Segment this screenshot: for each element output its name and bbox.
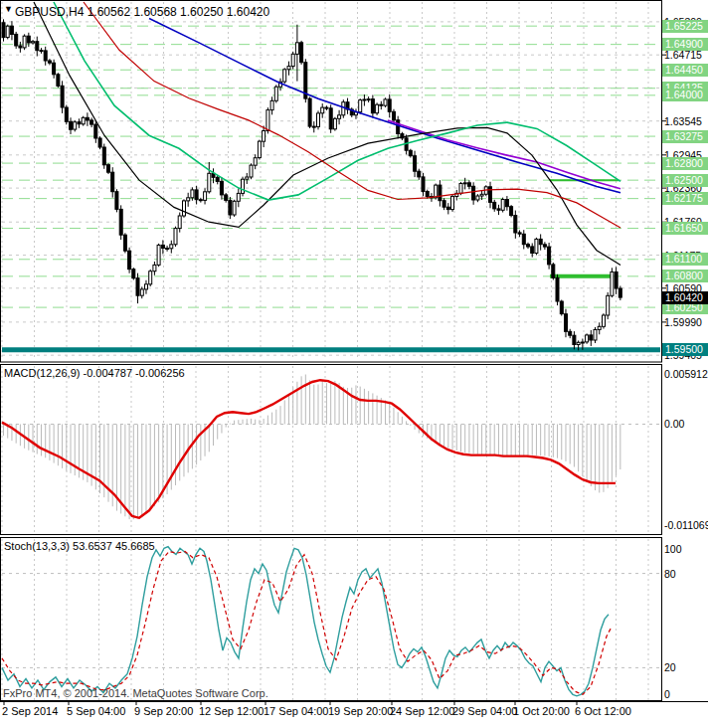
symbol-marker-icon[interactable]: ▼ [4,4,13,14]
macd-scale-zero: 0.00 [664,418,684,430]
chart-canvas[interactable] [0,0,708,728]
price-level-badge: 1.61100 [662,253,708,266]
time-axis-label: 17 Sep 04:00 [264,705,328,717]
time-axis-label: 29 Sep 04:00 [452,705,517,717]
stoch-scale-label: 80 [664,568,676,580]
stoch-scale-label: 100 [664,543,682,555]
price-level-badge: 1.61650 [662,222,708,235]
time-axis-label: 6 Oct 12:00 [575,705,631,717]
price-level-badge: 1.60800 [662,270,708,282]
time-axis-label: 1 Oct 20:00 [513,705,570,717]
mt4-chart-window: ▼ GBPUSD,H4 1.60562 1.60568 1.60250 1.60… [0,0,708,728]
price-level-badge: 1.64900 [662,38,708,51]
price-tick-label: 1.63545 [664,115,702,127]
price-level-badge: 1.62800 [662,157,708,170]
price-level-badge: 1.64000 [662,89,708,101]
macd-scale-min: -0.011069 [664,519,708,531]
time-axis-label: 12 Sep 12:00 [199,705,264,717]
stoch-scale-label: 20 [664,661,676,673]
macd-indicator-label: MACD(12,26,9) -0.004787 -0.006256 [4,367,185,379]
price-level-badge: 1.62500 [662,174,708,187]
current-price-badge: 1.60420 [662,291,708,304]
support-level-badge: 1.59500 [662,343,708,356]
price-level-badge: 1.65225 [662,20,708,33]
symbol-info-label: GBPUSD,H4 1.60562 1.60568 1.60250 1.6042… [15,5,269,19]
price-tick-label: 1.59990 [664,316,702,328]
price-level-badge: 1.64450 [662,64,708,77]
time-axis-label: 5 Sep 04:00 [67,705,125,717]
time-axis-label: 2 Sep 2014 [2,705,58,717]
time-axis-label: 9 Sep 20:00 [134,705,193,717]
time-axis-label: 24 Sep 12:00 [390,705,454,717]
copyright-label: FxPro MT4, © 2001-2014. MetaQuotes Softw… [3,687,268,699]
time-axis-label: 19 Sep 20:00 [328,705,393,717]
price-level-badge: 1.62175 [662,192,708,205]
stoch-indicator-label: Stoch(13,3,3) 53.6537 45.6685 [4,540,155,552]
price-level-badge: 1.63275 [662,130,708,143]
stoch-scale-label: 0 [664,688,670,700]
macd-scale-max: 0.005912 [664,368,708,380]
